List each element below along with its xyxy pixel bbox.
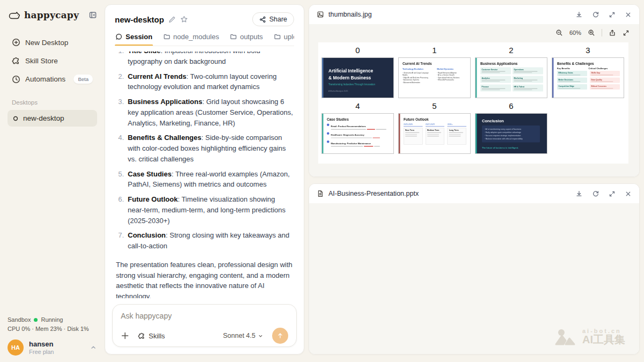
open-external-icon[interactable]: [609, 29, 616, 36]
nav-label: New Desktop: [25, 39, 68, 47]
slide-number: 3: [552, 46, 624, 55]
skills-button[interactable]: Skills: [138, 332, 165, 340]
folder-icon: [274, 33, 281, 40]
slide-closing-line: The future of business is intelligent.: [482, 146, 518, 149]
sidebar-item-new-desktop-selected[interactable]: new-desktop: [8, 110, 97, 127]
slide-thumbnail-4: Case Studies Retail: Product Recommendat…: [321, 113, 394, 154]
tab-uploads[interactable]: uploads: [273, 33, 294, 46]
chevron-up-icon: [90, 344, 97, 351]
puzzle-icon: [12, 56, 20, 65]
list-item: 7.Conclusion: Strong closing with key ta…: [116, 230, 293, 252]
sidebar-item-automations[interactable]: Automations Beta: [8, 71, 97, 87]
nav-label: Skill Store: [25, 57, 58, 65]
column-heading: Technology Evolution: [402, 68, 433, 71]
session-transcript[interactable]: 1.Title Slide: Impactful introduction wi…: [105, 51, 304, 298]
tab-outputs[interactable]: outputs: [229, 33, 264, 46]
message-input[interactable]: Ask happycapy: [121, 312, 288, 320]
user-menu[interactable]: HA hansen Free plan: [8, 339, 97, 356]
plus-circle-icon: [12, 38, 20, 47]
avatar: HA: [8, 339, 24, 356]
edit-icon[interactable]: [169, 16, 176, 23]
list-item: 2.Current AI Trends: Two-column layout c…: [116, 71, 293, 93]
app-root: happycapy New Desktop Skill Store: [0, 0, 644, 362]
slide-title: Artificial Intelligence: [328, 69, 373, 74]
pptx-viewer-body: ai-bot.cn AI工具集: [309, 203, 639, 354]
share-nodes-icon: [259, 16, 266, 23]
refresh-icon[interactable]: [592, 190, 599, 197]
tab-bar: Session node_modules outputs uploads: [115, 33, 294, 46]
sidebar-item-new-desktop[interactable]: New Desktop: [8, 34, 97, 50]
sidebar: happycapy New Desktop Skill Store: [0, 0, 105, 362]
share-button[interactable]: Share: [252, 12, 294, 26]
model-selector[interactable]: Sonnet 4.5: [223, 332, 264, 339]
desktop-label: new-desktop: [23, 114, 64, 122]
slide-title: Case Studies: [327, 117, 390, 122]
capybara-logo-icon: [8, 9, 20, 21]
column-heading: Market Dynamics: [437, 68, 466, 71]
image-viewer-panel: thumbnails.jpg 60% 0 1 2 3: [309, 4, 640, 177]
puzzle-icon: [138, 332, 145, 339]
sidebar-collapse-icon[interactable]: [89, 11, 97, 19]
sandbox-label: Sandbox: [8, 316, 31, 323]
refresh-icon[interactable]: [592, 11, 599, 18]
close-icon[interactable]: [625, 190, 632, 197]
chat-icon: [115, 33, 122, 40]
watermark-line2: AI工具集: [582, 334, 625, 345]
slide-number: 0: [321, 46, 394, 55]
sandbox-status: Running: [41, 316, 63, 323]
share-label: Share: [269, 16, 287, 23]
zoom-level: 60%: [569, 29, 581, 36]
slide-title: Benefits & Challenges: [557, 62, 620, 66]
slide-title: Business Applications: [480, 62, 543, 66]
slide-title: Conclusion: [482, 119, 504, 123]
list-item: 6.Future Outlook: Timeline visualization…: [116, 194, 293, 226]
zoom-in-icon[interactable]: [588, 29, 595, 36]
expand-icon[interactable]: [609, 190, 616, 197]
slide-thumbnail-2: Business Applications Customer Service O…: [475, 57, 547, 98]
list-item: 4.Benefits & Challenges: Side-by-side co…: [116, 132, 293, 164]
list-item: 1.Title Slide: Impactful introduction wi…: [116, 51, 293, 67]
folder-icon: [163, 33, 170, 40]
slide-thumbnail-0: Artificial Intelligence& Modern Business…: [321, 57, 394, 98]
slide-title: Current AI Trends: [402, 62, 466, 66]
download-icon[interactable]: [575, 190, 583, 197]
expand-icon[interactable]: [609, 11, 616, 18]
slide-footer: A Market Analysis 2025: [328, 90, 348, 92]
tab-label: Session: [126, 33, 152, 41]
download-icon[interactable]: [575, 11, 583, 18]
tab-session[interactable]: Session: [115, 33, 153, 46]
tab-label: uploads: [284, 33, 294, 41]
fullscreen-icon[interactable]: [623, 29, 630, 36]
image-file-icon: [317, 11, 324, 18]
folder-icon: [230, 33, 237, 40]
slide-title: Future Outlook: [404, 117, 466, 122]
slide-subtitle: Transforming Industries Through Innovati…: [328, 83, 375, 85]
tab-node-modules[interactable]: node_modules: [163, 33, 219, 46]
page-title: new-desktop: [115, 15, 164, 24]
slide-thumbnail-6: Conclusion AI is transforming every aspe…: [475, 113, 547, 154]
slide-thumbnail-1: Current AI Trends Technology Evolution G…: [398, 57, 471, 98]
tab-label: node_modules: [173, 33, 219, 41]
image-viewer-body: 60% 0 1 2 3 Artificial Intelligence& Mod…: [309, 24, 639, 176]
add-attachment-button[interactable]: [121, 331, 129, 340]
list-item: 3.Business Applications: Grid layout sho…: [116, 97, 293, 128]
desktop-status-icon: [13, 116, 18, 121]
watermark: ai-bot.cn AI工具集: [555, 328, 625, 345]
zoom-out-icon[interactable]: [555, 29, 563, 36]
send-button[interactable]: [272, 328, 288, 344]
slide-number: 6: [475, 101, 547, 110]
close-icon[interactable]: [625, 11, 632, 18]
viewer-filename: thumbnails.jpg: [328, 11, 372, 18]
desktops-section-label: Desktops: [8, 99, 97, 106]
star-icon[interactable]: [180, 16, 188, 23]
slide-thumbnail-5: Future Outlook 2025-2026Near Term 2027-2…: [398, 113, 471, 154]
arrow-up-icon: [276, 332, 284, 339]
slide-outline-list: 1.Title Slide: Impactful introduction wi…: [116, 51, 293, 252]
status-dot-icon: [34, 318, 38, 322]
pptx-viewer-panel: AI-Business-Presentation.pptx ai-bot.cn …: [309, 183, 640, 354]
tab-label: outputs: [240, 33, 263, 41]
sidebar-item-skill-store[interactable]: Skill Store: [8, 53, 97, 69]
slide-number: 1: [398, 46, 471, 55]
thumbnails-image: 0 1 2 3 Artificial Intelligence& Modern …: [318, 42, 628, 164]
model-name: Sonnet 4.5: [223, 332, 255, 339]
